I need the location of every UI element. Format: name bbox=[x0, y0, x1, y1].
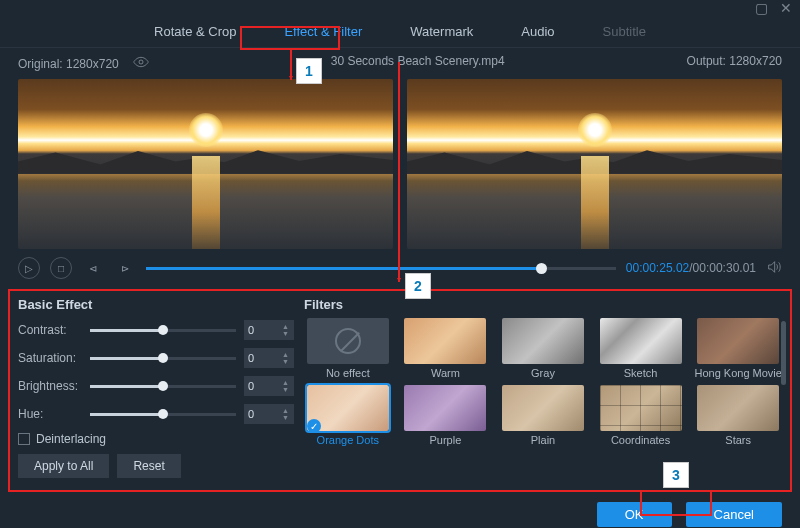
prev-frame-button[interactable]: ⊲ bbox=[82, 257, 104, 279]
filter-warm[interactable]: Warm bbox=[402, 318, 490, 379]
ok-button[interactable]: OK bbox=[597, 502, 672, 527]
tab-rotate-crop[interactable]: Rotate & Crop bbox=[130, 16, 260, 47]
saturation-label: Saturation: bbox=[18, 351, 82, 365]
preview-toggle-icon[interactable] bbox=[133, 54, 149, 73]
time-display: 00:00:25.02/00:00:30.01 bbox=[626, 261, 756, 275]
maximize-icon[interactable]: ▢ bbox=[755, 0, 768, 16]
output-resolution-label: Output: 1280x720 bbox=[687, 54, 782, 73]
seek-slider[interactable] bbox=[146, 261, 616, 275]
filter-purple[interactable]: Purple bbox=[402, 385, 490, 446]
tab-bar: Rotate & Crop Effect & Filter Watermark … bbox=[0, 16, 800, 48]
tab-effect-filter[interactable]: Effect & Filter bbox=[260, 16, 386, 47]
annotation-label-1: 1 bbox=[296, 58, 322, 84]
brightness-label: Brightness: bbox=[18, 379, 82, 393]
saturation-slider[interactable] bbox=[90, 352, 236, 364]
cancel-button[interactable]: Cancel bbox=[686, 502, 782, 527]
original-resolution-label: Original: 1280x720 bbox=[18, 57, 119, 71]
filter-coordinates[interactable]: Coordinates bbox=[597, 385, 685, 446]
basic-effect-title: Basic Effect bbox=[18, 297, 294, 312]
svg-marker-2 bbox=[289, 76, 293, 80]
footer: OK Cancel bbox=[0, 492, 800, 528]
filters-section: Filters No effect Warm Gray Sketch Hong … bbox=[304, 297, 782, 478]
contrast-label: Contrast: bbox=[18, 323, 82, 337]
contrast-spinner[interactable]: 0▲▼ bbox=[244, 320, 294, 340]
annotation-arrow-1 bbox=[289, 50, 293, 80]
annotation-label-2: 2 bbox=[405, 273, 431, 299]
filter-plain[interactable]: Plain bbox=[499, 385, 587, 446]
hue-slider[interactable] bbox=[90, 408, 236, 420]
checkmark-icon: ✓ bbox=[307, 419, 321, 431]
next-frame-button[interactable]: ⊳ bbox=[114, 257, 136, 279]
filter-stars[interactable]: Stars bbox=[694, 385, 782, 446]
hue-spinner[interactable]: 0▲▼ bbox=[244, 404, 294, 424]
tab-subtitle[interactable]: Subtitle bbox=[579, 16, 670, 47]
apply-to-all-button[interactable]: Apply to All bbox=[18, 454, 109, 478]
contrast-slider[interactable] bbox=[90, 324, 236, 336]
saturation-spinner[interactable]: 0▲▼ bbox=[244, 348, 294, 368]
tab-watermark[interactable]: Watermark bbox=[386, 16, 497, 47]
filter-hong-kong-movie[interactable]: Hong Kong Movie bbox=[694, 318, 782, 379]
basic-effect-section: Basic Effect Contrast: 0▲▼ Saturation: 0… bbox=[18, 297, 294, 478]
play-button[interactable]: ▷ bbox=[18, 257, 40, 279]
deinterlacing-checkbox[interactable] bbox=[18, 433, 30, 445]
hue-label: Hue: bbox=[18, 407, 82, 421]
filters-title: Filters bbox=[304, 297, 782, 312]
tab-audio[interactable]: Audio bbox=[497, 16, 578, 47]
filter-orange-dots[interactable]: ✓ Orange Dots bbox=[304, 385, 392, 446]
filter-sketch[interactable]: Sketch bbox=[597, 318, 685, 379]
no-effect-icon bbox=[335, 328, 361, 354]
output-preview bbox=[407, 79, 782, 249]
close-icon[interactable]: ✕ bbox=[780, 0, 792, 16]
titlebar: ▢ ✕ bbox=[0, 0, 800, 16]
filename-label: 30 Seconds Beach Scenery.mp4 bbox=[149, 54, 687, 73]
filters-scrollbar[interactable] bbox=[781, 321, 786, 385]
annotation-label-3: 3 bbox=[663, 462, 689, 488]
stop-button[interactable]: □ bbox=[50, 257, 72, 279]
filter-gray[interactable]: Gray bbox=[499, 318, 587, 379]
filter-no-effect[interactable]: No effect bbox=[304, 318, 392, 379]
brightness-spinner[interactable]: 0▲▼ bbox=[244, 376, 294, 396]
deinterlacing-label: Deinterlacing bbox=[36, 432, 106, 446]
volume-icon[interactable] bbox=[766, 259, 782, 278]
original-preview bbox=[18, 79, 393, 249]
svg-point-0 bbox=[139, 60, 143, 64]
annotation-arrow-2 bbox=[397, 62, 401, 282]
reset-button[interactable]: Reset bbox=[117, 454, 180, 478]
brightness-slider[interactable] bbox=[90, 380, 236, 392]
svg-marker-4 bbox=[397, 278, 401, 282]
